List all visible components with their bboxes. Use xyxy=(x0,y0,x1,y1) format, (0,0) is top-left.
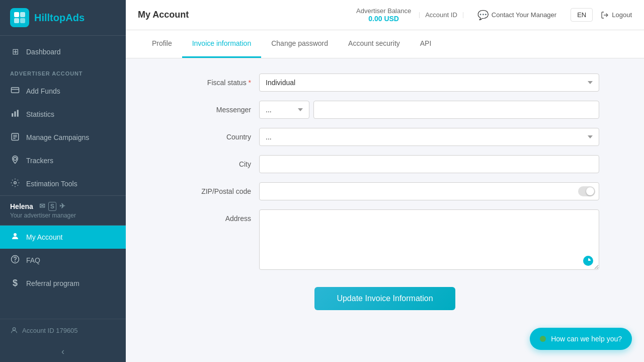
campaigns-icon xyxy=(10,132,20,143)
svg-rect-3 xyxy=(20,18,25,23)
svg-rect-0 xyxy=(14,12,19,17)
address-textarea[interactable] xyxy=(259,209,599,270)
city-field xyxy=(259,155,599,173)
balance-display: Advertiser Balance 0.00 USD xyxy=(356,7,411,23)
zip-input[interactable] xyxy=(259,182,599,200)
sidebar-item-manage-campaigns[interactable]: Manage Campaigns xyxy=(0,126,126,149)
city-input[interactable] xyxy=(259,155,599,173)
sidebar: HilltopAds ⊞ Dashboard ADVERTISER ACCOUN… xyxy=(0,0,126,362)
svg-point-17 xyxy=(15,261,16,261)
referral-icon: $ xyxy=(10,278,20,288)
tab-account-security[interactable]: Account security xyxy=(338,30,410,58)
tab-invoice-information[interactable]: Invoice information xyxy=(182,30,262,58)
address-field xyxy=(259,209,599,272)
fiscal-status-row: Fiscal status * Individual Company Sole … xyxy=(171,74,599,92)
country-select[interactable]: ... United States United Kingdom Germany… xyxy=(259,128,599,146)
faq-icon xyxy=(10,255,20,266)
sidebar-item-label: Dashboard xyxy=(26,48,61,56)
city-label: City xyxy=(171,155,251,168)
logout-label: Logout xyxy=(612,11,632,19)
svg-rect-6 xyxy=(12,113,13,117)
logout-button[interactable]: Logout xyxy=(601,11,632,19)
chat-bubble[interactable]: How can we help you? xyxy=(530,328,632,350)
sidebar-item-label: My Account xyxy=(26,233,62,241)
tab-change-password[interactable]: Change password xyxy=(261,30,338,58)
account-id-label: Account ID xyxy=(425,11,457,19)
messenger-label: Messenger xyxy=(171,101,251,114)
sidebar-nav: ⊞ Dashboard ADVERTISER ACCOUNT Add Funds… xyxy=(0,36,126,319)
logo-icon xyxy=(10,8,29,27)
chat-bubble-label: How can we help you? xyxy=(551,335,622,343)
tab-profile[interactable]: Profile xyxy=(142,30,182,58)
address-action-icon xyxy=(583,256,593,266)
sidebar-item-add-funds[interactable]: Add Funds xyxy=(0,80,126,103)
skype-icon[interactable]: S xyxy=(48,202,56,211)
tab-api[interactable]: API xyxy=(410,30,442,58)
topbar: My Account Advertiser Balance 0.00 USD A… xyxy=(126,0,644,30)
country-label: Country xyxy=(171,128,251,141)
update-invoice-button[interactable]: Update Invoice Information xyxy=(314,287,455,310)
contact-manager-label: Contact Your Manager xyxy=(492,11,556,19)
sidebar-item-label: FAQ xyxy=(26,256,40,264)
statistics-icon xyxy=(10,109,20,120)
telegram-icon[interactable]: ✈ xyxy=(59,202,65,211)
messenger-field: ... Skype Telegram WhatsApp xyxy=(259,101,599,119)
balance-label: Advertiser Balance xyxy=(356,7,411,15)
language-selector[interactable]: EN xyxy=(571,8,593,22)
zip-label: ZIP/Postal code xyxy=(171,182,251,195)
sidebar-item-label: Estimation Tools xyxy=(26,180,77,188)
messenger-inputs: ... Skype Telegram WhatsApp xyxy=(259,101,599,119)
sidebar-item-statistics[interactable]: Statistics xyxy=(0,103,126,126)
fiscal-status-label: Fiscal status * xyxy=(171,74,251,87)
page-title: My Account xyxy=(138,10,348,20)
sidebar-item-label: Add Funds xyxy=(26,87,60,95)
account-id-text: Account ID 179605 xyxy=(22,327,78,334)
manager-subtitle: Your advertiser manager xyxy=(10,212,116,219)
svg-point-14 xyxy=(14,182,17,184)
dashboard-icon: ⊞ xyxy=(10,47,20,56)
chat-icon: 💬 xyxy=(477,10,489,21)
form-content: Fiscal status * Individual Company Sole … xyxy=(126,58,644,362)
svg-rect-1 xyxy=(20,12,25,17)
logo: HilltopAds xyxy=(0,0,126,36)
sidebar-item-my-account[interactable]: My Account xyxy=(0,226,126,249)
logo-text: HilltopAds xyxy=(34,12,85,24)
address-label: Address xyxy=(171,209,251,223)
manager-box: Helena ✉ S ✈ Your advertiser manager xyxy=(0,195,126,226)
sidebar-item-referral[interactable]: $ Referral program xyxy=(0,272,126,295)
country-row: Country ... United States United Kingdom… xyxy=(171,128,599,146)
email-icon[interactable]: ✉ xyxy=(39,202,45,211)
address-row: Address xyxy=(171,209,599,272)
zip-field xyxy=(259,182,599,200)
zip-toggle[interactable] xyxy=(578,186,595,196)
fiscal-status-select[interactable]: Individual Company Sole Proprietor xyxy=(259,74,599,92)
sidebar-item-estimation-tools[interactable]: Estimation Tools xyxy=(0,172,126,195)
messenger-type-select[interactable]: ... Skype Telegram WhatsApp xyxy=(259,101,309,119)
online-indicator xyxy=(540,336,546,342)
sidebar-item-trackers[interactable]: Trackers xyxy=(0,149,126,172)
svg-rect-8 xyxy=(17,110,19,117)
contact-manager-button[interactable]: 💬 Contact Your Manager xyxy=(471,10,562,21)
balance-amount: 0.00 USD xyxy=(368,15,399,23)
sidebar-item-label: Referral program xyxy=(26,279,79,287)
manager-icons: ✉ S ✈ xyxy=(39,202,65,211)
sidebar-item-label: Trackers xyxy=(26,157,53,165)
main-content: My Account Advertiser Balance 0.00 USD A… xyxy=(126,0,644,362)
sidebar-collapse-button[interactable]: ‹ xyxy=(0,341,126,362)
tabs-bar: Profile Invoice information Change passw… xyxy=(126,30,644,58)
sidebar-item-dashboard[interactable]: ⊞ Dashboard xyxy=(0,41,126,62)
svg-point-15 xyxy=(14,233,17,236)
svg-rect-4 xyxy=(12,88,19,93)
country-field: ... United States United Kingdom Germany… xyxy=(259,128,599,146)
sidebar-item-label: Manage Campaigns xyxy=(26,133,89,141)
sidebar-item-label: Statistics xyxy=(26,110,54,118)
zip-row: ZIP/Postal code xyxy=(171,182,599,200)
account-id-display: Account ID xyxy=(419,11,463,19)
trackers-icon xyxy=(10,155,20,166)
manager-name: Helena ✉ S ✈ xyxy=(10,202,116,211)
svg-point-18 xyxy=(13,328,15,330)
sidebar-item-faq[interactable]: FAQ xyxy=(0,249,126,272)
messenger-value-input[interactable] xyxy=(313,101,599,119)
sidebar-section-label: ADVERTISER ACCOUNT xyxy=(0,62,126,80)
fiscal-status-field: Individual Company Sole Proprietor xyxy=(259,74,599,92)
